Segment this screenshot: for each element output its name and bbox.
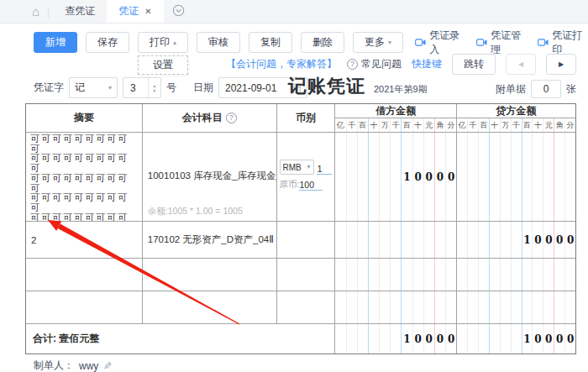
row4-debit-cell[interactable] <box>335 291 457 323</box>
row2-debit-cell[interactable] <box>335 222 457 258</box>
row3-currency-cell[interactable] <box>277 259 336 291</box>
amount-digit-cell <box>457 133 468 221</box>
amount-digit-cell <box>413 291 424 323</box>
amount-digit-cell <box>512 133 522 221</box>
original-amount-field[interactable]: 100 <box>299 180 323 191</box>
tab-search-voucher[interactable]: 查凭证 <box>53 0 107 23</box>
amount-digit-cell <box>358 259 369 291</box>
row1-account-cell[interactable]: 10010103 库存现金_库存现金_库存现 余额:1005 * 1.00 = … <box>143 133 277 221</box>
audit-button[interactable]: 审核 <box>197 32 240 53</box>
amount-digit-cell: 0 <box>435 133 446 221</box>
video-link-voucher-manage[interactable]: 凭证管理 <box>476 29 527 57</box>
tab-voucher-active[interactable]: 凭证 ✕ <box>107 0 163 23</box>
amount-digit-cell: 0 <box>446 324 456 354</box>
total-label-cell: 合计: 壹佰元整 <box>26 324 335 354</box>
tab-close-icon[interactable]: ✕ <box>144 7 151 16</box>
header-summary-label: 摘要 <box>74 111 94 125</box>
save-button[interactable]: 保存 <box>86 32 129 53</box>
amount-digit-cell <box>335 133 346 221</box>
row3-credit-cell[interactable] <box>457 259 575 291</box>
amount-digit-cell <box>533 259 543 291</box>
print-button[interactable]: 打印 ▴ <box>138 32 188 53</box>
row2-credit-cell[interactable]: 10000 <box>457 222 575 258</box>
row4-account-cell[interactable] <box>143 291 277 323</box>
copy-button[interactable]: 复制 <box>249 32 292 53</box>
row1-original-amount-line: 原币: 100 <box>280 179 335 191</box>
row4-currency-cell[interactable] <box>277 291 336 323</box>
digit-column-label: 千 <box>391 118 402 132</box>
tab-list-dropdown-icon[interactable] <box>172 4 185 19</box>
delete-button[interactable]: 删除 <box>301 32 344 53</box>
date-value: 2021-09-01 <box>225 82 276 94</box>
amount-digit-cell <box>543 133 554 221</box>
amount-digit-cell <box>479 291 490 323</box>
account-help-icon[interactable]: ? <box>226 113 237 123</box>
amount-digit-cell: 0 <box>565 222 575 258</box>
voucher-number-value: 3 <box>130 82 136 94</box>
row1-summary-cell[interactable]: 可可可可可可可可可可 可可可可可可可可可可 可可可可可可可可可可 可可可可可可可… <box>26 133 143 221</box>
amount-digit-cell <box>435 222 446 258</box>
total-debit-cell: 10000 <box>335 324 457 354</box>
row3-summary-cell[interactable] <box>26 259 143 291</box>
voucher-word-label: 凭证字 <box>34 81 64 95</box>
more-button[interactable]: 更多 ▾ <box>353 32 403 53</box>
currency-select[interactable]: RMB ▾ <box>280 160 314 175</box>
edit-pencil-icon[interactable]: ✎ <box>103 360 112 372</box>
expert-answer-link[interactable]: 【会计问题，专家解答】 <box>226 57 337 71</box>
amount-digit-cell: 0 <box>413 324 424 354</box>
video-tutorial-links: 凭证录入 凭证管理 凭证打印 <box>415 32 588 53</box>
amount-digit-cell: 1 <box>522 222 533 258</box>
row2-summary-cell[interactable]: 2 <box>26 222 143 258</box>
print-settings-menu-item[interactable]: 设置 <box>138 55 188 75</box>
shortcuts-link[interactable]: 快捷键 <box>412 57 442 71</box>
prev-icon: ◀ <box>518 60 523 68</box>
jump-button[interactable]: 跳转 <box>452 54 496 75</box>
save-button-label: 保存 <box>97 35 118 50</box>
attachment-count-value: 0 <box>543 83 549 95</box>
digit-column-label: 亿 <box>335 118 346 132</box>
row1-debit-cell[interactable]: 10000 <box>335 133 457 221</box>
amount-digit-cell <box>522 259 533 291</box>
add-button[interactable]: 新增 <box>34 32 77 53</box>
next-voucher-button[interactable]: ▶ <box>546 54 576 75</box>
add-button-label: 新增 <box>45 35 66 50</box>
print-settings-label: 设置 <box>153 58 173 72</box>
home-icon[interactable]: ⌂ <box>32 5 39 18</box>
amount-digit-cell <box>358 291 369 323</box>
voucher-number-suffix: 号 <box>166 81 176 95</box>
row1-credit-cell[interactable] <box>457 133 575 221</box>
amount-digit-cell <box>380 259 391 291</box>
digit-column-label: 十 <box>413 118 424 132</box>
video-link-voucher-print[interactable]: 凭证打印 <box>538 29 588 57</box>
prev-voucher-button[interactable]: ◀ <box>506 54 536 75</box>
amount-digit-cell <box>369 259 380 291</box>
video-link-voucher-entry[interactable]: 凭证录入 <box>415 29 465 57</box>
exchange-rate-field[interactable]: 1 <box>317 164 332 175</box>
attachment-label: 附单据 <box>496 82 526 97</box>
row2-account-cell[interactable]: 170102 无形资产_D资产_04Ⅱ <box>143 222 277 258</box>
stepper-arrows[interactable]: ▲ ▼ <box>148 78 160 97</box>
faq-link[interactable]: ? 常见问题 <box>347 57 402 71</box>
row3-debit-cell[interactable] <box>335 259 457 291</box>
faq-label: 常见问题 <box>361 57 402 71</box>
row3-account-cell[interactable] <box>143 259 277 291</box>
attachment-count-field[interactable]: 0 <box>531 80 561 98</box>
amount-digit-cell <box>413 222 424 258</box>
amount-digit-cell <box>446 259 456 291</box>
voucher-word-select[interactable]: 记 ▾ <box>69 77 118 98</box>
row4-summary-cell[interactable] <box>26 291 143 323</box>
chevron-down-icon: ▾ <box>108 85 112 92</box>
row4-credit-cell[interactable] <box>457 291 575 323</box>
help-bar: 【会计问题，专家解答】 ? 常见问题 快捷键 跳转 ◀ ▶ <box>226 54 576 75</box>
row2-currency-cell[interactable] <box>277 222 336 258</box>
table-total-row: 合计: 壹佰元整 10000 10000 <box>26 324 575 354</box>
table-row-3-empty <box>26 259 575 291</box>
digit-column-label: 角 <box>435 118 446 132</box>
next-icon: ▶ <box>559 60 564 68</box>
amount-digit-cell: 0 <box>446 133 456 221</box>
amount-digit-cell <box>533 133 543 221</box>
amount-digit-cell <box>424 222 435 258</box>
amount-digit-cell <box>490 324 501 354</box>
voucher-number-stepper[interactable]: 3 ▲ ▼ <box>123 77 161 98</box>
amount-digit-cell <box>457 291 468 323</box>
